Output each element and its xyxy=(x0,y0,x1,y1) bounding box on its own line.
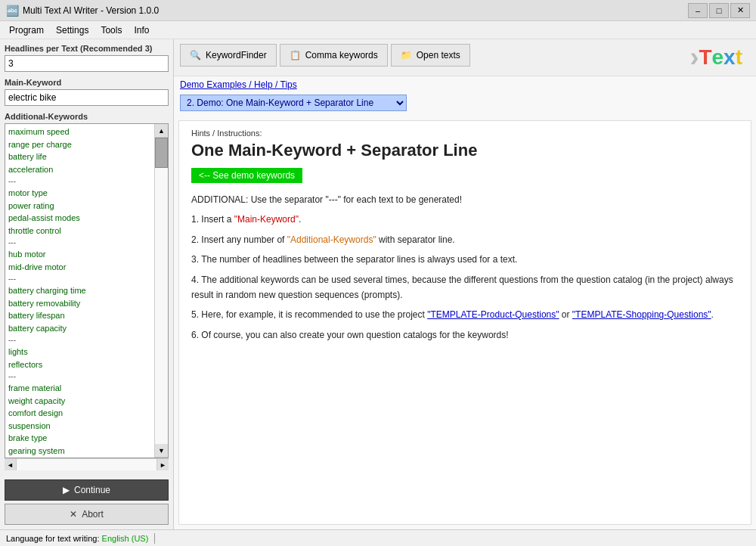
comma-keywords-button[interactable]: 📋 Comma keywords xyxy=(280,44,388,67)
left-panel-content: Headlines per Text (Recommended 3) Main-… xyxy=(0,39,173,475)
main-layout: Headlines per Text (Recommended 3) Main-… xyxy=(0,39,756,529)
list-item[interactable]: maximum speed xyxy=(8,126,151,138)
abort-button[interactable]: ✕ Abort xyxy=(5,504,169,525)
scroll-up-button[interactable]: ▲ xyxy=(155,124,168,138)
abort-icon: ✕ xyxy=(70,509,77,520)
scroll-left-button[interactable]: ◄ xyxy=(5,459,17,470)
logo-e: e xyxy=(712,45,724,70)
comma-keywords-label: Comma keywords xyxy=(305,50,378,60)
list-item[interactable]: gearing system xyxy=(8,445,151,458)
status-divider xyxy=(154,533,155,544)
scroll-down-button[interactable]: ▼ xyxy=(155,444,168,458)
list-item[interactable]: power rating xyxy=(8,200,151,213)
logo-bracket: › xyxy=(689,44,699,71)
headlines-label: Headlines per Text (Recommended 3) xyxy=(5,44,169,53)
list-item[interactable]: mid-drive motor xyxy=(8,261,151,274)
list-item[interactable]: battery removability xyxy=(8,297,151,310)
open-texts-label: Open texts xyxy=(417,50,460,60)
continue-label: Continue xyxy=(74,485,110,495)
list-item[interactable]: --- xyxy=(8,237,151,248)
title-bar: 🔤 Multi Text AI Writer - Version 1.0.0 –… xyxy=(0,0,756,21)
keyword-finder-label: KeywordFinder xyxy=(206,50,267,60)
list-item[interactable]: weight capacity xyxy=(8,395,151,408)
horiz-scroll-track xyxy=(17,459,156,470)
list-item[interactable]: --- xyxy=(8,334,151,346)
status-bar: Language for text writing: English (US) xyxy=(0,529,756,546)
keyword-finder-button[interactable]: 🔍 KeywordFinder xyxy=(180,44,277,67)
menu-info[interactable]: Info xyxy=(128,23,155,37)
scroll-thumb[interactable] xyxy=(155,138,168,168)
content-area: Hints / Instructions: One Main-Keyword +… xyxy=(178,120,751,525)
bottom-buttons: ▶ Continue ✕ Abort xyxy=(0,475,173,529)
demo-link[interactable]: Demo Examples / Help / Tips xyxy=(180,79,297,90)
list-item[interactable]: --- xyxy=(8,175,151,187)
hints-title: Hints / Instructions: xyxy=(191,129,739,138)
right-panel-inner: Demo Examples / Help / Tips 2. Demo: One… xyxy=(174,76,756,529)
list-item[interactable]: lights xyxy=(8,346,151,358)
app-logo: › T e x t xyxy=(689,44,750,71)
folder-icon: 📁 xyxy=(401,50,412,60)
menu-bar: Program Settings Tools Info xyxy=(0,21,756,39)
open-texts-button[interactable]: 📁 Open texts xyxy=(391,44,470,67)
list-item[interactable]: suspension xyxy=(8,420,151,433)
right-panel: 🔍 KeywordFinder 📋 Comma keywords 📁 Open … xyxy=(174,39,756,529)
left-panel: Headlines per Text (Recommended 3) Main-… xyxy=(0,39,174,529)
main-keyword-input[interactable] xyxy=(5,89,169,106)
list-item[interactable]: motor type xyxy=(8,187,151,200)
maximize-button[interactable]: □ xyxy=(709,3,729,18)
menu-tools[interactable]: Tools xyxy=(94,23,128,37)
keywords-list-wrapper: maximum speedrange per chargebattery lif… xyxy=(5,123,169,458)
demo-select-row: 2. Demo: One Main-Keyword + Separator Li… xyxy=(174,93,756,116)
list-item[interactable]: frame material xyxy=(8,382,151,395)
continue-icon: ▶ xyxy=(63,485,70,495)
keywords-list[interactable]: maximum speedrange per chargebattery lif… xyxy=(5,124,154,458)
additional-keywords-label: Additional-Keywords xyxy=(5,112,169,121)
language-label: Language for text writing: xyxy=(6,534,100,543)
language-value: English (US) xyxy=(102,534,149,543)
main-keyword-label: Main-Keyword xyxy=(5,78,169,87)
list-item[interactable]: throttle control xyxy=(8,225,151,237)
list-item[interactable]: battery charging time xyxy=(8,284,151,297)
list-item[interactable]: comfort design xyxy=(8,407,151,420)
list-item[interactable]: battery capacity xyxy=(8,322,151,335)
instruction-5: 5. Here, for example, it is recommended … xyxy=(191,307,739,322)
menu-program[interactable]: Program xyxy=(3,23,50,37)
app-icon: 🔤 xyxy=(6,5,18,17)
list-item[interactable]: tire type and size xyxy=(8,457,151,458)
horizontal-scrollbar: ◄ ► xyxy=(5,458,169,470)
menu-settings[interactable]: Settings xyxy=(50,23,94,37)
minimize-button[interactable]: – xyxy=(688,3,708,18)
instruction-1: 1. Insert a "Main-Keyword". xyxy=(191,212,739,227)
logo-t: T xyxy=(699,45,711,70)
instruction-2: 2. Insert any number of "Additional-Keyw… xyxy=(191,232,739,247)
list-item[interactable]: reflectors xyxy=(8,358,151,371)
list-item[interactable]: --- xyxy=(8,273,151,284)
template-product-link[interactable]: "TEMPLATE-Product-Questions" xyxy=(427,309,559,320)
logo-t2: t xyxy=(736,45,742,70)
list-item[interactable]: --- xyxy=(8,371,151,382)
scroll-right-button[interactable]: ► xyxy=(156,459,169,470)
list-item[interactable]: battery lifespan xyxy=(8,309,151,322)
instruction-6: 6. Of course, you can also create your o… xyxy=(191,327,739,343)
headlines-input[interactable] xyxy=(5,55,169,72)
see-demo-button[interactable]: <-- See demo keywords xyxy=(191,168,302,183)
list-item[interactable]: range per charge xyxy=(8,138,151,151)
list-item[interactable]: pedal-assist modes xyxy=(8,212,151,225)
demo-link-bar: Demo Examples / Help / Tips xyxy=(174,76,756,93)
main-keyword-highlight: "Main-Keyword" xyxy=(234,214,299,225)
close-button[interactable]: ✕ xyxy=(730,3,750,18)
list-item[interactable]: brake type xyxy=(8,432,151,445)
list-item[interactable]: battery life xyxy=(8,150,151,163)
template-shopping-link[interactable]: "TEMPLATE-Shopping-Questions" xyxy=(572,309,711,320)
instruction-4: 4. The additional keywords can be used s… xyxy=(191,272,739,303)
title-bar-controls: – □ ✕ xyxy=(688,3,750,18)
magnifier-icon: 🔍 xyxy=(190,50,201,60)
list-item[interactable]: hub motor xyxy=(8,248,151,261)
demo-select[interactable]: 2. Demo: One Main-Keyword + Separator Li… xyxy=(180,95,407,111)
toolbar: 🔍 KeywordFinder 📋 Comma keywords 📁 Open … xyxy=(174,39,756,76)
title-bar-text: Multi Text AI Writer - Version 1.0.0 xyxy=(23,5,688,16)
additional-note: ADDITIONAL: Use the separator "---" for … xyxy=(191,192,739,207)
list-item[interactable]: acceleration xyxy=(8,163,151,176)
instruction-3: 3. The number of headlines between the s… xyxy=(191,252,739,267)
continue-button[interactable]: ▶ Continue xyxy=(5,479,169,501)
